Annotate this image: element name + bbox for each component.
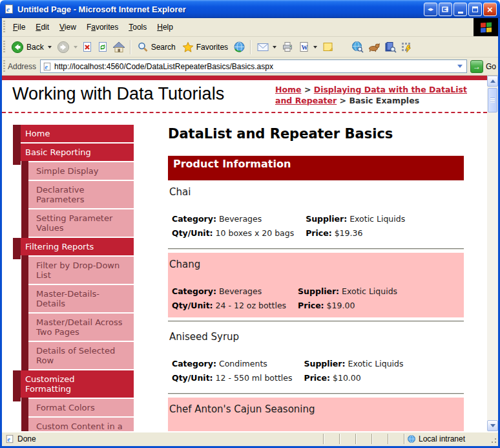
price-label: Price: [304,373,331,383]
mail-dropdown-icon[interactable] [273,46,276,48]
nav-item-master-detail-across-two-pages[interactable]: Master/Detail Across Two Pages [28,314,134,341]
window-controls: ◂▸ × [424,3,497,16]
favorites-button[interactable]: Favorites [179,40,231,54]
scrollbar-thumb[interactable] [488,88,497,112]
toolbar-grip[interactable] [3,21,5,34]
product-category-cell: Category: Beverages [172,211,306,226]
minimize-button[interactable] [453,3,467,16]
ie-window-icon: e [4,4,14,14]
pane-arrows-button[interactable]: ◂▸ [424,3,437,16]
refresh-button[interactable] [95,40,110,54]
nav-item-custom-content-in-a[interactable]: Custom Content in a [28,418,134,431]
nav-item-filter-by-drop-down-list[interactable]: Filter by Drop-Down List [28,257,134,284]
product-qty-cell: Qty/Unit: 10 boxes x 20 bags [172,226,306,240]
home-button[interactable] [110,40,127,54]
messenger-grid-button[interactable] [399,40,414,54]
word-document-icon: W [298,41,309,52]
search-button[interactable]: Search [134,40,179,54]
supplier-label: Supplier: [304,359,346,368]
address-field[interactable]: e http://localhost:4560/Code/DataListRep… [40,59,467,73]
nav-item-setting-parameter-values[interactable]: Setting Parameter Values [28,209,134,237]
page-top-accent-bar [2,76,487,80]
page-header: Working with Data Tutorials Home > Displ… [2,80,487,113]
menu-help[interactable]: Help [152,20,178,34]
go-button[interactable]: → Go [470,60,496,73]
close-button[interactable]: × [483,3,497,16]
print-button[interactable] [280,40,295,54]
discuss-note-icon [322,41,333,52]
toolbar-separator [130,40,131,54]
product-supplier-cell: Supplier: Exotic Liquids [298,284,409,298]
nav-item-declarative-parameters[interactable]: Declarative Parameters [28,181,134,208]
nav-item-home[interactable]: Home [21,125,134,142]
standard-buttons-toolbar: Back Search Favorites [2,37,498,58]
category-value: Beverages [219,286,262,296]
panel-title: Product Information [168,156,464,180]
back-button[interactable]: Back [8,39,55,55]
menu-edit[interactable]: Edit [30,20,54,34]
edit-dropdown-icon[interactable] [313,46,317,48]
menu-view[interactable]: View [54,20,81,34]
nav-item-master-details-details[interactable]: Master-Details-Details [28,285,134,312]
nav-item-simple-display[interactable]: Simple Display [28,162,134,180]
nav-item-details-of-selected-row[interactable]: Details of Selected Row [28,342,134,369]
nav-item-customized-formatting[interactable]: Customized Formatting [21,370,134,398]
research-button[interactable] [349,39,366,54]
nav-item-filtering-reports[interactable]: Filtering Reports [21,238,134,255]
category-label: Category: [172,214,216,224]
side-navigation: HomeBasic ReportingSimple DisplayDeclara… [13,125,134,431]
qty-label: Qty/Unit: [172,301,213,310]
price-label: Price: [298,301,324,310]
media-button[interactable] [382,40,399,54]
windows-logo [474,18,498,36]
go-label: Go [486,62,496,71]
pixel-grid-bolt-icon [401,41,412,53]
edit-with-word-button[interactable]: W [295,40,320,54]
scroll-down-button[interactable] [487,420,498,431]
title-bar: e Untitled Page - Microsoft Internet Exp… [0,0,500,18]
stop-button[interactable] [79,40,95,54]
menu-file[interactable]: File [8,20,30,34]
intranet-globe-icon [407,434,416,443]
maximize-button[interactable] [468,3,482,16]
mail-button[interactable] [254,41,280,53]
menu-bar: FileEditViewFavoritesToolsHelp [2,18,498,37]
menu-favorites[interactable]: Favorites [81,20,123,34]
history-button[interactable] [231,39,247,54]
toolbar-grip[interactable] [3,41,5,54]
svg-text:e: e [6,5,10,13]
favorites-star-icon [182,41,194,53]
menu-tools[interactable]: Tools [123,20,152,34]
address-dropdown-button[interactable] [455,61,466,72]
nav-item-format-colors[interactable]: Format Colors [28,399,134,416]
back-label: Back [26,43,44,52]
category-value: Beverages [219,214,262,224]
back-icon [11,41,24,54]
forward-dropdown-icon[interactable] [74,46,78,48]
product-supplier-cell: Supplier: Exotic Liquids [306,211,417,226]
dog-icon [368,41,380,52]
status-cell [355,434,371,444]
messenger-dog-button[interactable] [366,40,382,54]
scroll-up-button[interactable] [487,76,498,87]
stop-icon [81,41,93,53]
product-category-cell: Category: Condiments [172,356,304,370]
product-price-cell: Price: $19.36 [306,226,417,240]
history-globe-icon [233,41,245,53]
breadcrumb-current: Basic Examples [349,96,419,105]
back-dropdown-icon[interactable] [48,46,52,48]
page-favicon: e [43,62,52,71]
go-arrow-icon: → [470,60,483,73]
resize-grip[interactable] [488,434,497,444]
nav-item-basic-reporting[interactable]: Basic Reporting [21,144,134,161]
forward-button[interactable] [55,39,79,55]
address-url[interactable]: http://localhost:4560/Code/DataListRepea… [54,62,455,71]
discuss-button[interactable] [320,40,335,54]
price-value: $19.36 [335,228,363,238]
refresh-icon [97,41,109,53]
pop-out-button[interactable] [439,3,452,16]
security-zone: Local intranet [404,434,488,444]
breadcrumb-link[interactable]: Home [275,85,302,94]
toolbar-grip[interactable] [3,60,5,73]
product-name: Chang [169,259,464,271]
